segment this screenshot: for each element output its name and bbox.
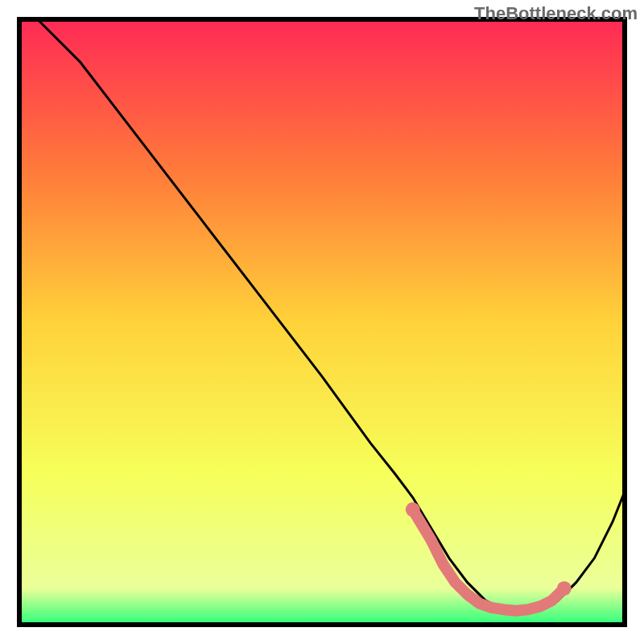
watermark-text: TheBottleneck.com	[474, 3, 638, 24]
optimal-zone-endpoint	[557, 581, 572, 596]
gradient-background	[19, 19, 625, 625]
chart-container: TheBottleneck.com	[0, 0, 644, 644]
optimal-zone-endpoint	[406, 502, 420, 517]
bottleneck-chart	[0, 0, 644, 644]
